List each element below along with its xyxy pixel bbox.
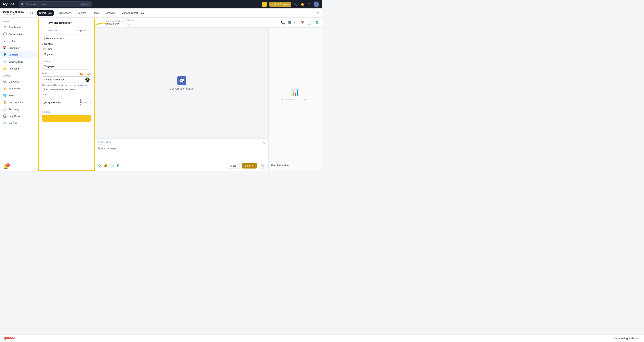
first-name-label: First Name <box>42 48 91 50</box>
phone-field-group: Phone ( Home ) ✏ <box>42 94 91 108</box>
collapse-chevron[interactable]: ⌄ <box>98 20 103 25</box>
phone-input[interactable] <box>42 100 78 106</box>
dollar-circle-icon[interactable]: 💲 <box>315 20 319 25</box>
tab-tasks[interactable]: Tasks <box>90 10 101 16</box>
contact-body: 💬 Conversation began SMS Email ⤡ 📎 <box>95 28 322 171</box>
help-icon[interactable]: ❓ <box>307 2 311 6</box>
phone-edit-icon[interactable]: ✏ <box>88 100 91 106</box>
sidebar-item-reporting[interactable]: 📈 Reporting <box>0 106 38 112</box>
sidebar-item-contacts[interactable]: 👤 Contacts <box>0 51 38 58</box>
content-area: ← Raynera Targaryen Contact Company Hide… <box>38 18 322 171</box>
owner-label: Owner (Assianed To) <box>106 20 123 22</box>
tab-company[interactable]: Company <box>102 10 118 16</box>
company-dropdown-icon[interactable]: ▾ <box>26 12 28 14</box>
contacts-icon: 👤 <box>3 53 6 56</box>
sidebar-item-conversations[interactable]: 💬 Conversations <box>0 31 38 38</box>
search-bar[interactable]: 🔍 Quick search here Ctrl + K <box>19 1 92 7</box>
call-icon[interactable]: 📞 <box>281 20 285 25</box>
sidebar-item-memberships[interactable]: 🏅 Memberships <box>0 99 38 106</box>
conversation-bubble-icon: 💬 <box>177 76 186 85</box>
sidebar-collapse-button[interactable]: ⊟ <box>30 11 33 15</box>
calendar-icon[interactable]: 📅 <box>300 20 304 25</box>
conversation-began-text: Conversation began <box>170 87 194 90</box>
tab-restore[interactable]: Restore <box>75 10 89 16</box>
sidebar-item-marketing[interactable]: 📢 Marketing <box>0 78 38 85</box>
sidebar-item-scheduler[interactable]: 📅 Scheduler <box>0 44 38 51</box>
user-avatar[interactable]: 👤 <box>314 2 319 7</box>
mailfold-icon: 📧 <box>3 121 6 125</box>
job-title-stub[interactable] <box>42 115 91 122</box>
edit-icon[interactable]: ✏ <box>294 20 297 25</box>
owner-value[interactable]: Unassigned ▾ <box>106 22 123 25</box>
exclude-label: Exclude from email verification <box>46 88 75 90</box>
phone-icon[interactable]: 📞 <box>294 2 298 6</box>
help-desk-icon: 🎧 <box>3 114 6 118</box>
sidebar-item-label: Automation <box>8 87 21 90</box>
tab-smart-lists[interactable]: Smart Lists <box>36 10 54 16</box>
sites-icon: 🌐 <box>3 94 6 97</box>
emoji-icon[interactable]: 😊 <box>104 164 108 168</box>
sub-navigation: Dunder Mifflin [D... Scranton, PA ▾ ⊟ Sm… <box>0 8 322 18</box>
right-panel: ⌄ Owner (Assianed To) Unassigned ▾ Follo… <box>95 18 322 171</box>
settings-gear-icon[interactable]: ⚙ <box>316 11 319 15</box>
conversation-area: 💬 Conversation began SMS Email ⤡ 📎 <box>95 28 268 171</box>
message-textarea[interactable] <box>98 147 265 160</box>
clear-button[interactable]: Clear <box>227 163 240 169</box>
message-actions: 📎 😊 📄 💲 ＋ Clear Send ➤ <box>98 162 265 169</box>
dollar-icon[interactable]: 💲 <box>116 164 120 168</box>
email-row-header: Email ⚠ Not Verified <box>42 72 91 76</box>
sidebar-item-automation[interactable]: ⚡ Automation <box>0 85 38 92</box>
email-input[interactable] <box>42 76 91 83</box>
tab-bulk-actions[interactable]: Bulk Actions <box>55 10 74 16</box>
sidebar-item-opportunities[interactable]: 📊 Opportunities <box>0 58 38 65</box>
attachment-icon[interactable]: 📎 <box>98 164 102 168</box>
document-icon[interactable]: 📄 <box>110 164 114 168</box>
back-button[interactable]: ← <box>42 21 45 24</box>
contact-panel-body: Hide empty fields ▾ Contact First Name L… <box>39 34 94 170</box>
lightning-icon[interactable]: ⚡ <box>262 2 267 7</box>
sidebar-item-sites[interactable]: 🌐 Sites <box>0 92 38 99</box>
msg-tab-sms[interactable]: SMS <box>98 141 103 145</box>
sidebar-item-dashboard[interactable]: ⊞ Dashboard <box>0 24 38 31</box>
exclude-row: Exclude from email verification <box>42 88 91 91</box>
bell-icon[interactable]: 🔔 <box>300 2 304 6</box>
document-icon[interactable]: 📄 <box>308 20 312 25</box>
send-button[interactable]: Send ➤ <box>242 163 257 168</box>
email-label: Email <box>42 72 47 74</box>
list-icon[interactable]: ☰ <box>288 20 291 25</box>
search-placeholder-text: Quick search here <box>26 3 46 6</box>
contact-action-icons: 📞 ☰ ✏ 📅 📄 💲 <box>281 20 319 25</box>
hide-empty-checkbox[interactable] <box>42 37 44 40</box>
tab-manage-smart-lists[interactable]: Manage Smart Lists <box>119 10 146 16</box>
first-attribution-label: First Attribution <box>271 164 319 167</box>
opportunities-icon: 📊 <box>3 60 6 64</box>
sidebar-item-help-desk[interactable]: 🎧 Help Desk <box>0 112 38 120</box>
sidebar-item-label: Memberships <box>8 101 23 104</box>
activity-panel: 📊 No Activity for this contact First Att… <box>268 28 322 171</box>
sidebar-item-label: Opportunities <box>8 60 23 63</box>
search-icon: 🔍 <box>21 3 24 6</box>
tab-contact[interactable]: Contact <box>39 27 66 34</box>
sidebar-item-mailfold[interactable]: 📧 Mailfold <box>0 120 38 126</box>
company-selector[interactable]: Dunder Mifflin [D... Scranton, PA ▾ ⊟ <box>3 10 33 16</box>
verify-here-link[interactable]: Verify Here <box>78 84 88 86</box>
phone-type: ( Home ) <box>78 97 88 108</box>
expand-icon[interactable]: ⤡ <box>263 142 265 144</box>
plus-icon[interactable]: ＋ <box>122 164 126 168</box>
support-button[interactable]: topline Support <box>269 2 291 7</box>
exclude-checkbox[interactable] <box>42 88 44 91</box>
tab-company[interactable]: Company <box>66 27 94 34</box>
sidebar-item-payments[interactable]: 💳 Payments <box>0 65 38 72</box>
msg-tab-email[interactable]: Email <box>106 141 112 145</box>
sidebar-item-tasks[interactable]: ✓ Tasks <box>0 38 38 44</box>
followers-field: Followers + <box>126 19 134 26</box>
last-name-input[interactable] <box>42 63 91 70</box>
dashboard-icon: ⊞ <box>3 26 6 29</box>
first-name-input[interactable] <box>42 51 91 57</box>
phone-input-row: ( Home ) ✏ <box>42 97 91 108</box>
schedule-button[interactable]: 🕐 <box>259 162 265 169</box>
contact-section-collapse[interactable]: ▾ Contact <box>42 42 91 46</box>
add-follower-button[interactable]: + <box>126 22 130 26</box>
contact-name: Raynera Targaryen <box>46 21 72 24</box>
first-attribution-section: First Attribution <box>268 161 322 171</box>
